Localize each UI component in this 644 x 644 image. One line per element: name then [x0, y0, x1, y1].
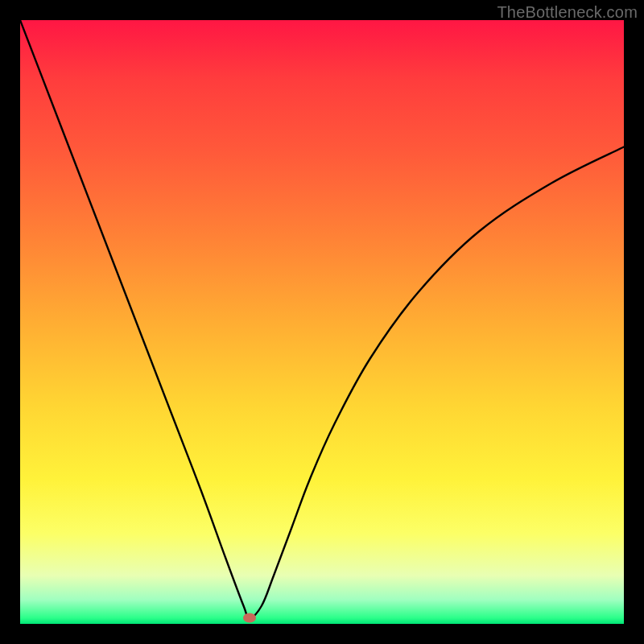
- bottleneck-curve: [20, 20, 624, 618]
- chart-stage: TheBottleneck.com: [0, 0, 644, 644]
- optimum-marker: [243, 613, 256, 623]
- plot-area: [20, 20, 624, 624]
- curve-svg: [20, 20, 624, 624]
- watermark-text: TheBottleneck.com: [497, 3, 638, 22]
